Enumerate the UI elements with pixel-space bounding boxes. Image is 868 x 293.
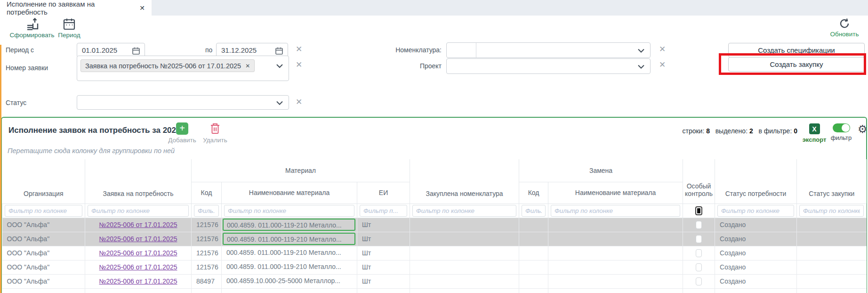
column-header-purchased[interactable]: Закуплена номенклатура <box>410 159 519 203</box>
tab-title: Исполнение по заявкам на потребность <box>7 0 133 16</box>
column-header-need-status[interactable]: Статус потребности <box>715 159 797 203</box>
need-status-cell: Создано <box>715 218 797 232</box>
replacement-material-cell <box>548 218 683 232</box>
material-cell: 000.4859. 011.000-119-210 Металло... <box>222 218 357 232</box>
request-link[interactable]: №2025-006 от 17.01.2025 <box>99 263 177 271</box>
clear-period-icon[interactable]: ✕ <box>294 44 304 55</box>
unit-cell: Шт <box>357 260 410 274</box>
unit-cell: Шт <box>357 218 410 232</box>
table-row[interactable]: ООО "Альфа" №2025-006 от 17.01.2025 1215… <box>2 232 867 246</box>
table-row[interactable] <box>2 288 867 293</box>
filter-request-input[interactable] <box>88 205 189 217</box>
purchased-cell <box>410 260 519 274</box>
column-header-material-name[interactable]: Наименование материала <box>222 182 357 203</box>
gear-icon[interactable]: ⚙ <box>858 123 868 135</box>
tab-active[interactable]: Исполнение по заявкам на потребность ✕ <box>0 0 152 16</box>
org-cell: ООО "Альфа" <box>2 260 85 274</box>
special-control-checkbox[interactable] <box>696 249 702 257</box>
tab-close-icon[interactable]: ✕ <box>139 4 145 12</box>
purchased-cell <box>410 246 519 260</box>
clear-nomenclature-icon[interactable]: ✕ <box>657 44 667 55</box>
status-select[interactable] <box>77 95 289 110</box>
request-number-multiselect[interactable]: Заявка на потребность №2025-006 от 17.01… <box>77 56 289 81</box>
request-link[interactable]: №2025-006 от 17.01.2025 <box>99 221 177 228</box>
trash-icon <box>209 122 221 135</box>
calendar-icon[interactable] <box>132 46 140 54</box>
request-number-label: Номер заявки <box>6 61 48 75</box>
replacement-code-cell <box>519 232 548 246</box>
request-chip[interactable]: Заявка на потребность №2025-006 от 17.01… <box>80 59 255 72</box>
column-header-purchase-status[interactable]: Статус закупки <box>797 159 867 203</box>
calendar-icon[interactable] <box>275 46 283 54</box>
special-control-checkbox[interactable] <box>696 277 702 285</box>
chevron-down-icon[interactable] <box>276 62 283 70</box>
special-control-checkbox[interactable] <box>696 221 702 229</box>
results-panel: Исполнение заявок на потребность за 2025… <box>1 117 867 293</box>
group-header-replacement[interactable]: Замена <box>519 159 683 182</box>
special-control-checkbox[interactable] <box>696 263 702 271</box>
purchased-cell <box>410 274 519 288</box>
chevron-down-icon[interactable] <box>638 46 644 54</box>
table-row[interactable]: ООО "Альфа" №2025-006 от 17.01.2025 8849… <box>2 274 867 288</box>
clear-project-icon[interactable]: ✕ <box>657 60 667 70</box>
filter-r-code-input[interactable] <box>522 205 546 217</box>
column-header-r-code[interactable]: Код <box>519 182 548 203</box>
project-select[interactable] <box>446 58 651 74</box>
add-button[interactable]: + Добавить <box>167 122 198 144</box>
create-specifications-button[interactable]: Создать спецификации <box>728 43 865 57</box>
in-filter-count: 0 <box>794 127 797 135</box>
clear-status-icon[interactable]: ✕ <box>294 97 304 107</box>
groupby-hint: Перетащите сюда колонку для группировки … <box>8 147 175 155</box>
column-header-code[interactable]: Код <box>192 182 222 203</box>
table-row[interactable]: ООО "Альфа" №2025-006 от 17.01.2025 1215… <box>2 260 867 274</box>
column-header-request[interactable]: Заявка на потребность <box>85 159 192 203</box>
table-row[interactable]: ООО "Альфа" №2025-006 от 17.01.2025 1215… <box>2 218 867 232</box>
chevron-down-icon[interactable] <box>276 98 283 106</box>
table-row[interactable]: ООО "Альфа" №2025-006 от 17.01.2025 1215… <box>2 246 867 260</box>
filter-toggle[interactable]: фильтр <box>828 123 854 141</box>
clear-request-icon[interactable]: ✕ <box>294 60 304 70</box>
column-header-special[interactable]: Особый контроль <box>683 159 715 203</box>
request-cell: №2025-006 от 17.01.2025 <box>85 232 192 246</box>
column-header-r-material-name[interactable]: Наименование материала <box>548 182 683 203</box>
delete-button[interactable]: Удалить <box>201 122 230 144</box>
refresh-button[interactable]: Обновить <box>825 18 864 38</box>
replacement-code-cell <box>519 246 548 260</box>
generate-button[interactable]: Сформировать <box>10 18 54 39</box>
purchase-status-cell <box>797 288 867 293</box>
filter-r-material-input[interactable] <box>551 205 680 217</box>
filter-panel: Период с 01.01.2025 по 31.12.2025 ✕ Номе… <box>0 40 868 117</box>
chevron-down-icon[interactable] <box>638 62 644 70</box>
need-status-cell: Создано <box>715 246 797 260</box>
filter-material-input[interactable] <box>224 205 354 217</box>
selected-count: 2 <box>749 127 753 135</box>
request-link[interactable]: №2025-006 от 17.01.2025 <box>99 249 177 257</box>
filter-unit-input[interactable] <box>360 205 407 217</box>
column-header-org[interactable]: Организация <box>2 159 85 203</box>
group-header-material[interactable]: Материал <box>192 159 410 182</box>
filter-need-status-input[interactable] <box>717 205 794 217</box>
filter-purchase-status-input[interactable] <box>799 205 864 217</box>
purchased-cell <box>410 218 519 232</box>
special-control-checkbox[interactable] <box>696 235 702 243</box>
filter-org-input[interactable] <box>5 205 82 217</box>
period-button[interactable]: Период <box>56 18 83 39</box>
special-control-filter-checkbox[interactable] <box>695 206 702 215</box>
request-link[interactable]: №2025-006 от 17.01.2025 <box>99 235 177 243</box>
create-purchase-button[interactable]: Создать закупку <box>728 57 865 72</box>
purchase-status-cell <box>797 218 867 232</box>
chip-close-icon[interactable]: ✕ <box>245 63 250 69</box>
material-cell <box>222 288 357 293</box>
export-excel-button[interactable]: X экспорт <box>802 123 827 143</box>
column-header-unit[interactable]: ЕИ <box>357 182 410 203</box>
rows-count: 8 <box>706 127 710 135</box>
code-cell: 88497 <box>192 274 222 288</box>
filter-code-input[interactable] <box>194 205 219 217</box>
filter-purchased-input[interactable] <box>412 205 516 217</box>
request-link[interactable]: №2025-006 от 17.01.2025 <box>99 277 177 285</box>
toggle-on-icon[interactable] <box>833 123 850 132</box>
org-cell: ООО "Альфа" <box>2 274 85 288</box>
nomenclature-select[interactable] <box>446 42 651 58</box>
code-cell <box>192 288 222 293</box>
material-cell: 000.4859. 011.000-119-210 Металло... <box>222 232 357 246</box>
